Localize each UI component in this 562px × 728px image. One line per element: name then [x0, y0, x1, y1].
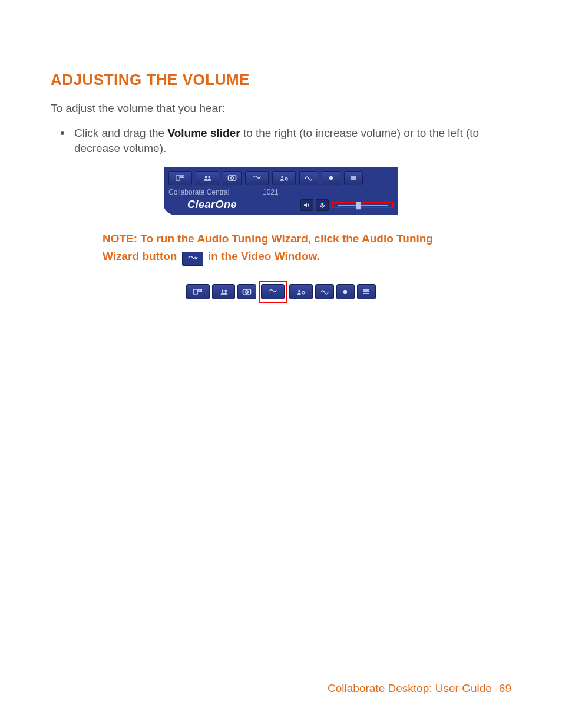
- camera-icon[interactable]: [237, 284, 256, 299]
- list-icon[interactable]: [357, 284, 376, 299]
- page-footer: Collaborate Desktop: User Guide69: [328, 682, 511, 695]
- svg-marker-13: [304, 203, 307, 207]
- camera-icon[interactable]: [223, 171, 242, 185]
- svg-rect-17: [199, 289, 200, 291]
- note-text-b: in the Video Window.: [205, 250, 320, 262]
- svg-point-4: [208, 176, 210, 179]
- instruction-item: Click and drag the Volume slider to the …: [66, 126, 511, 156]
- instruction-list: Click and drag the Volume slider to the …: [51, 126, 511, 156]
- svg-rect-16: [194, 289, 197, 294]
- microphone-icon[interactable]: [316, 199, 329, 211]
- audio-tuning-wizard-inline-icon: [182, 252, 203, 266]
- record-icon[interactable]: [322, 171, 340, 185]
- volume-slider[interactable]: [338, 205, 388, 206]
- figure1-bottom-row: ClearOne: [164, 199, 398, 215]
- note-label: NOTE:: [103, 232, 137, 245]
- list-icon[interactable]: [344, 171, 363, 185]
- svg-point-24: [302, 291, 305, 294]
- people-settings-icon[interactable]: [289, 284, 313, 299]
- people-settings-icon[interactable]: [272, 171, 296, 185]
- speaker-icon[interactable]: [300, 199, 313, 211]
- svg-point-3: [205, 176, 207, 179]
- audio-tuning-icon[interactable]: [261, 284, 285, 299]
- svg-rect-1: [181, 176, 182, 177]
- figure-toolbar-highlight: [181, 278, 381, 308]
- svg-rect-14: [321, 203, 323, 206]
- svg-rect-18: [200, 289, 201, 291]
- svg-point-22: [246, 291, 248, 293]
- users-icon[interactable]: [196, 171, 219, 185]
- svg-point-23: [298, 290, 300, 292]
- volume-slider-thumb[interactable]: [356, 202, 361, 210]
- figure1-status-row: Collaborate Central 1021: [164, 186, 398, 199]
- figure-volume-bar: Collaborate Central 1021 ClearOne: [164, 167, 398, 215]
- svg-point-9: [329, 176, 333, 180]
- wave-icon[interactable]: [315, 284, 334, 299]
- users-icon[interactable]: [212, 284, 236, 299]
- svg-point-25: [343, 290, 347, 294]
- brand-logo: ClearOne: [168, 199, 293, 211]
- svg-point-19: [221, 289, 223, 292]
- svg-point-6: [231, 177, 233, 179]
- status-label: Collaborate Central: [168, 188, 263, 196]
- svg-point-20: [224, 289, 227, 292]
- instr-bold: Volume slider: [167, 127, 240, 139]
- volume-slider-highlight: [332, 202, 394, 208]
- figure1-toolbar: [164, 167, 398, 186]
- audio-tuning-icon[interactable]: [245, 171, 269, 185]
- toolbar-icon-row: [168, 171, 394, 185]
- document-page: ADJUSTING THE VOLUME To adjust the volum…: [0, 0, 562, 728]
- layout-icon[interactable]: [186, 284, 210, 299]
- intro-text: To adjust the volume that you hear:: [51, 102, 511, 115]
- svg-point-7: [281, 176, 283, 178]
- audio-tuning-highlight: [259, 281, 287, 303]
- wave-icon[interactable]: [299, 171, 318, 185]
- footer-page-number: 69: [499, 682, 511, 694]
- footer-title: Collaborate Desktop: User Guide: [328, 682, 492, 694]
- svg-point-8: [285, 178, 287, 180]
- instr-pre: Click and drag the: [74, 127, 167, 139]
- record-icon[interactable]: [336, 284, 355, 299]
- note-block: NOTE: To run the Audio Tuning Wizard, cl…: [103, 230, 459, 265]
- status-value: 1021: [263, 188, 279, 196]
- svg-rect-0: [176, 176, 180, 180]
- layout-icon[interactable]: [168, 171, 192, 185]
- svg-rect-2: [183, 176, 184, 177]
- section-heading: ADJUSTING THE VOLUME: [51, 71, 511, 89]
